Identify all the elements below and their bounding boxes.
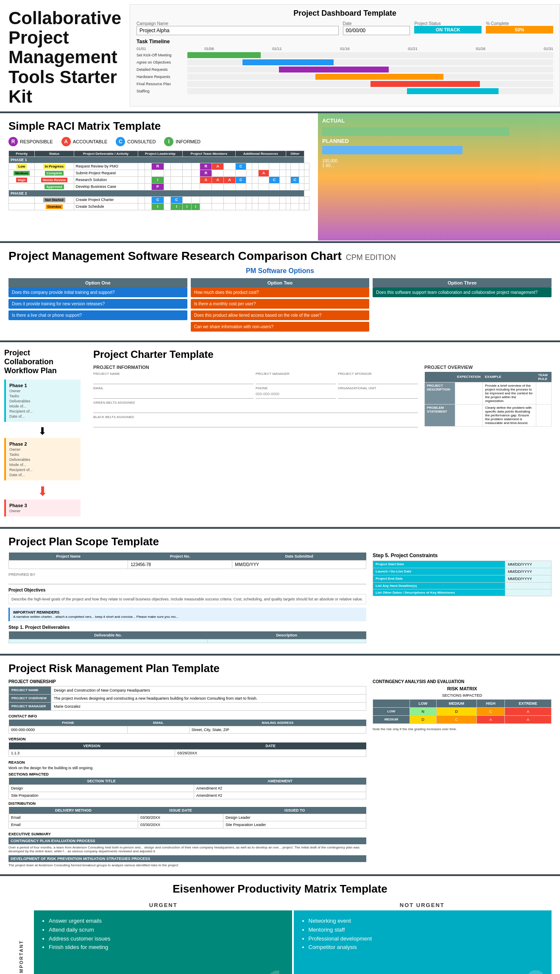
raci-row: LowIn ProgressRequest Review by PMORRAC: [9, 163, 309, 170]
ownership-title: PROJECT OWNERSHIP: [8, 679, 366, 684]
risk-section: Project Risk Management Plan Template PR…: [0, 656, 560, 874]
quadrant-item: Answer urgent emails: [49, 917, 286, 926]
campaign-label: Campaign Name: [137, 21, 338, 26]
col-header-1: Option One: [8, 278, 187, 287]
important-label-wrap: IMPORTANT: [8, 910, 34, 974]
step1-title: Step 1. Project Deliverables: [8, 625, 366, 630]
raci-legend-item: C CONSULTED: [116, 137, 156, 146]
gantt-bar: [371, 81, 480, 87]
quadrant-item: Address customer issues: [49, 935, 286, 943]
sw-q7: Can we share information with non-users?: [191, 322, 370, 332]
charter-info-title: PROJECT INFORMATION: [93, 365, 418, 370]
charter-title: Project Charter Template: [93, 349, 552, 360]
distribution-title: DISTRIBUTION: [8, 801, 366, 806]
charter-panel: Project Charter Template PROJECT INFORMA…: [85, 342, 560, 526]
dashboard-panel: Project Dashboard Template Campaign Name…: [130, 4, 560, 106]
raci-badge-i: I: [164, 137, 173, 146]
gantt-label: Final Resource Plan: [137, 82, 187, 86]
reason-text: Work on the design for the building is s…: [8, 766, 366, 770]
status-label: Project Status: [414, 21, 482, 26]
workflow-charter-section: Project Collaboration Workflow Plan Phas…: [0, 342, 560, 527]
raci-row: ApprovedDevelop Business CaseP: [9, 183, 309, 190]
raci-row: OverdueCreate ScheduleIIII: [9, 203, 309, 210]
raci-left-panel: Simple RACI Matrix Template R RESPONSIBL…: [0, 113, 318, 240]
constraint-row: List Any Hard Deadline(s): [373, 582, 552, 589]
gantt-chart: 01/0101/0601/1101/1601/2101/2601/31 Set …: [137, 47, 553, 94]
col-header-3: Option Three: [373, 278, 552, 287]
workflow-title: Project Collaboration Workflow Plan: [4, 349, 81, 375]
contact-table: PHONEEMAILMAILING ADDRESS 000-000-0000St…: [8, 720, 366, 734]
timeline-dates: 01/0101/0601/1101/1601/2101/2601/31: [137, 47, 553, 51]
gantt-track: [187, 59, 553, 65]
raci-col-priority: Priority: [9, 151, 35, 156]
scope-header-table: Project Name Project No. Date Submitted …: [8, 553, 366, 569]
risk-info-row: PROJECT MANAGER Marie Gonzalez: [9, 702, 366, 710]
risk-info-table: PROJECT NAME Design and Construction of …: [8, 686, 366, 711]
raci-badge-a: A: [61, 137, 71, 146]
gantt-track: [187, 88, 553, 94]
raci-col-other: Other: [286, 151, 304, 156]
eisenhower-layout: URGENT NOT URGENT: [8, 900, 552, 910]
raci-col-team: Project Team Members: [183, 151, 236, 156]
raci-col-leadership: Project Leadership: [138, 151, 182, 156]
form-row-contact: EMAIL PHONE 000-000-0000 ORGANIZATIONAL …: [93, 386, 418, 399]
charter-body: PROJECT INFORMATION PROJECT NAME PROJECT…: [93, 365, 552, 427]
eisenhower-title: Eisenhower Productivity Matrix Template: [8, 882, 552, 896]
gantt-track: [187, 81, 553, 87]
contingency-title: CONTINGENCY PLAN EVALUATION PROCESS: [8, 837, 366, 844]
quadrant-item: Competitor analysis: [309, 943, 546, 952]
risk-info-row: PROJECT NAME Design and Construction of …: [9, 686, 366, 694]
software-grid: Option One Does this company provide ini…: [8, 278, 552, 333]
hero-section: Collaborative Project Management Tools S…: [0, 0, 560, 112]
sections-table: SECTION TITLEAMENDMENT DesignAmendment #…: [8, 778, 366, 799]
raci-col-resources: Additional Resources: [235, 151, 286, 156]
phase-2-block: Phase 2 Owner Tasks Deliverables Mode of…: [4, 438, 81, 480]
risk-title: Project Risk Management Plan Template: [8, 662, 552, 675]
sw-q5: Is there a monthly cost per user?: [191, 299, 370, 309]
quadrant-q1: Answer urgent emailsAttend daily scrumAd…: [34, 910, 292, 974]
sw-q2: Does it provide training for new version…: [8, 299, 187, 309]
scope-left: Project Name Project No. Date Submitted …: [8, 553, 366, 647]
scope-header-row: 123456-78 MM/DD/YYY: [9, 560, 366, 569]
phase-1-block: Phase 1 Owner Tasks Deliverables Mode of…: [4, 380, 81, 422]
raci-right-panel: ACTUAL PLANNED 100,000 1 60...: [318, 113, 560, 240]
risk-note: Note the risk only if the risk grading i…: [373, 727, 552, 731]
gantt-label: Set Kick-Off Meeting: [137, 53, 187, 57]
pm-options-title: PM Software Options: [8, 267, 552, 275]
charter-info: PROJECT INFORMATION PROJECT NAME PROJECT…: [93, 365, 418, 427]
importance-labels-col: IMPORTANT NOT IMPORTANT: [8, 910, 34, 974]
gantt-bar: [242, 59, 334, 65]
sw-q4: How much does this product cost?: [191, 287, 370, 297]
workflow-panel: Project Collaboration Workflow Plan Phas…: [0, 342, 85, 526]
quadrant-q2: Networking eventMentoring staffProfessio…: [294, 910, 552, 974]
arrow-1: ⬇: [4, 425, 81, 437]
version-table: VERSIONDATE 1.1.303/29/20XX: [8, 742, 366, 757]
raci-badge-r: R: [8, 137, 18, 146]
raci-section: Simple RACI Matrix Template R RESPONSIBL…: [0, 113, 560, 241]
software-subtitle: CPM EDITION: [346, 253, 396, 262]
risk-matrix-subtitle: SECTIONS IMPACTED: [373, 693, 552, 698]
software-col-2: Option Two How much does this product co…: [191, 278, 370, 333]
date-label: Date: [343, 21, 410, 26]
scope-body: Project Name Project No. Date Submitted …: [8, 553, 552, 647]
important-label: IMPORTANT: [19, 940, 24, 974]
form-row-name: PROJECT NAME PROJECT MANAGER PROJECT SPO…: [93, 372, 418, 384]
risk-right: CONTINGENCY ANALYSIS AND EVALUATION RISK…: [373, 679, 552, 867]
raci-col-status: Status: [35, 151, 74, 156]
overview-row-desc: PROJECT DESCRIPTION Provide a brief over…: [425, 382, 552, 404]
dashboard-title: Project Dashboard Template: [137, 9, 553, 18]
dev-process-text: The project team at Anderson Consulting …: [8, 863, 366, 867]
raci-badge-c: C: [116, 137, 125, 146]
sections-title: SECTIONS IMPACTED: [8, 772, 366, 776]
eisenhower-main: IMPORTANT NOT IMPORTANT Answer urgent em…: [8, 910, 552, 974]
constraint-row: Project Start Date MM/DD/YYYY: [373, 561, 552, 568]
raci-legend-item: I INFORMED: [164, 137, 201, 146]
risk-left: PROJECT OWNERSHIP PROJECT NAME Design an…: [8, 679, 366, 867]
raci-legend-label: ACCOUNTABLE: [73, 139, 108, 144]
planned-label: PLANNED: [322, 138, 556, 144]
software-title: Project Management Software Research Com…: [8, 249, 342, 263]
gantt-track: [187, 74, 553, 80]
exec-summary-title: EXECUTIVE SUMMARY: [8, 832, 366, 836]
raci-col-activity: Project Deliverable / Activity: [74, 151, 138, 156]
sw-q1: Does this company provide initial traini…: [8, 287, 187, 297]
